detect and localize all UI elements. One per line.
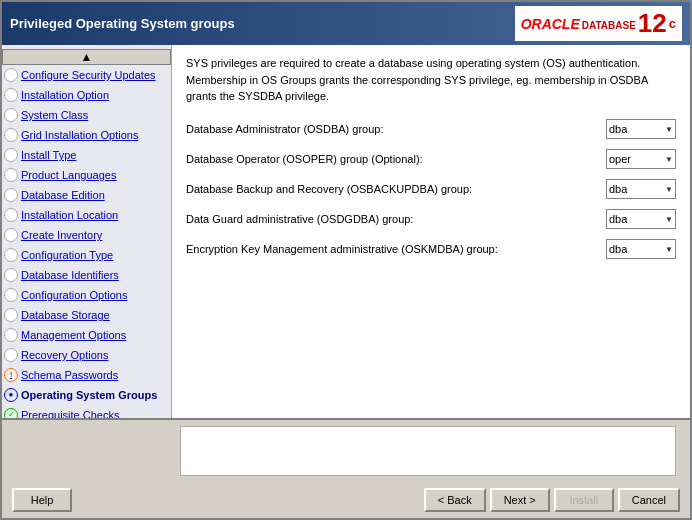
select-wrapper-2: dbaoperasmadmin: [606, 179, 676, 199]
sidebar-item-15[interactable]: !Schema Passwords: [2, 365, 171, 385]
form-select-2[interactable]: dbaoperasmadmin: [606, 179, 676, 199]
sidebar-label-3: Grid Installation Options: [21, 127, 138, 143]
sidebar-label-2: System Class: [21, 107, 88, 123]
bullet-3: [4, 128, 18, 142]
sidebar-item-4[interactable]: Install Type: [2, 145, 171, 165]
form-row-1: Database Operator (OSOPER) group (Option…: [186, 149, 676, 169]
sidebar-item-12[interactable]: Database Storage: [2, 305, 171, 325]
sidebar-item-13[interactable]: Management Options: [2, 325, 171, 345]
sidebar-label-8: Create Inventory: [21, 227, 102, 243]
sidebar: ▲ Configure Security UpdatesInstallation…: [2, 45, 172, 418]
sidebar-label-10: Database Identifiers: [21, 267, 119, 283]
bullet-17: ✓: [4, 408, 18, 418]
sidebar-scroll-up[interactable]: ▲: [2, 49, 171, 65]
form-container: Database Administrator (OSDBA) group:dba…: [186, 119, 676, 259]
sidebar-label-9: Configuration Type: [21, 247, 113, 263]
oracle-database-text: DATABASE: [582, 20, 636, 31]
sidebar-item-17[interactable]: ✓Prerequisite Checks: [2, 405, 171, 418]
sidebar-item-14[interactable]: Recovery Options: [2, 345, 171, 365]
oracle-logo: ORACLE DATABASE 12c: [515, 6, 682, 41]
form-row-3: Data Guard administrative (OSDGDBA) grou…: [186, 209, 676, 229]
bullet-10: [4, 268, 18, 282]
select-wrapper-4: dbaoperasmadmin: [606, 239, 676, 259]
intro-text: SYS privileges are required to create a …: [186, 55, 676, 105]
form-row-0: Database Administrator (OSDBA) group:dba…: [186, 119, 676, 139]
back-button[interactable]: < Back: [424, 488, 486, 512]
install-button[interactable]: Install: [554, 488, 614, 512]
oracle-version: 12: [638, 8, 667, 39]
bullet-14: [4, 348, 18, 362]
bottom-area: Help < Back Next > Install Cancel: [2, 418, 690, 518]
bullet-5: [4, 168, 18, 182]
sidebar-item-1[interactable]: Installation Option: [2, 85, 171, 105]
main-content-panel: SYS privileges are required to create a …: [172, 45, 690, 418]
form-row-4: Encryption Key Management administrative…: [186, 239, 676, 259]
sidebar-label-0: Configure Security Updates: [21, 67, 156, 83]
sidebar-label-12: Database Storage: [21, 307, 110, 323]
sidebar-item-0[interactable]: Configure Security Updates: [2, 65, 171, 85]
select-wrapper-0: dbaoperasmadmin: [606, 119, 676, 139]
bullet-15: !: [4, 368, 18, 382]
bullet-13: [4, 328, 18, 342]
sidebar-item-10[interactable]: Database Identifiers: [2, 265, 171, 285]
help-button[interactable]: Help: [12, 488, 72, 512]
bullet-4: [4, 148, 18, 162]
sidebar-item-2[interactable]: System Class: [2, 105, 171, 125]
oracle-c-sup: c: [669, 16, 676, 31]
main-window: Privileged Operating System groups ORACL…: [0, 0, 692, 520]
form-row-2: Database Backup and Recovery (OSBACKUPDB…: [186, 179, 676, 199]
sidebar-label-17: Prerequisite Checks: [21, 407, 119, 418]
bullet-2: [4, 108, 18, 122]
bullet-9: [4, 248, 18, 262]
sidebar-label-15: Schema Passwords: [21, 367, 118, 383]
sidebar-label-13: Management Options: [21, 327, 126, 343]
window-title: Privileged Operating System groups: [10, 16, 235, 31]
sidebar-label-1: Installation Option: [21, 87, 109, 103]
content-area: ▲ Configure Security UpdatesInstallation…: [2, 45, 690, 418]
cancel-button[interactable]: Cancel: [618, 488, 680, 512]
sidebar-item-7[interactable]: Installation Location: [2, 205, 171, 225]
bullet-7: [4, 208, 18, 222]
form-label-1: Database Operator (OSOPER) group (Option…: [186, 153, 606, 165]
bullet-12: [4, 308, 18, 322]
nav-buttons: < Back Next > Install Cancel: [424, 488, 680, 512]
sidebar-items-container: Configure Security UpdatesInstallation O…: [2, 65, 171, 418]
select-wrapper-3: dbaoperasmadmin: [606, 209, 676, 229]
bullet-11: [4, 288, 18, 302]
sidebar-label-6: Database Edition: [21, 187, 105, 203]
title-bar: Privileged Operating System groups ORACL…: [2, 2, 690, 45]
sidebar-label-7: Installation Location: [21, 207, 118, 223]
select-wrapper-1: dbaoperasmadmin: [606, 149, 676, 169]
form-label-2: Database Backup and Recovery (OSBACKUPDB…: [186, 183, 606, 195]
bullet-8: [4, 228, 18, 242]
form-select-4[interactable]: dbaoperasmadmin: [606, 239, 676, 259]
bullet-1: [4, 88, 18, 102]
sidebar-item-11[interactable]: Configuration Options: [2, 285, 171, 305]
form-label-0: Database Administrator (OSDBA) group:: [186, 123, 606, 135]
form-label-4: Encryption Key Management administrative…: [186, 243, 606, 255]
form-select-3[interactable]: dbaoperasmadmin: [606, 209, 676, 229]
sidebar-item-8[interactable]: Create Inventory: [2, 225, 171, 245]
sidebar-item-6[interactable]: Database Edition: [2, 185, 171, 205]
form-label-3: Data Guard administrative (OSDGDBA) grou…: [186, 213, 606, 225]
form-select-0[interactable]: dbaoperasmadmin: [606, 119, 676, 139]
sidebar-label-4: Install Type: [21, 147, 76, 163]
bullet-6: [4, 188, 18, 202]
sidebar-item-9[interactable]: Configuration Type: [2, 245, 171, 265]
next-button[interactable]: Next >: [490, 488, 550, 512]
sidebar-label-5: Product Languages: [21, 167, 116, 183]
sidebar-item-3[interactable]: Grid Installation Options: [2, 125, 171, 145]
form-select-1[interactable]: dbaoperasmadmin: [606, 149, 676, 169]
sidebar-item-5[interactable]: Product Languages: [2, 165, 171, 185]
blank-panel: [180, 426, 676, 476]
sidebar-label-11: Configuration Options: [21, 287, 127, 303]
bullet-0: [4, 68, 18, 82]
oracle-brand-text: ORACLE: [521, 16, 580, 32]
sidebar-item-16[interactable]: ●Operating System Groups: [2, 385, 171, 405]
bullet-16: ●: [4, 388, 18, 402]
sidebar-label-16: Operating System Groups: [21, 387, 157, 403]
button-bar: Help < Back Next > Install Cancel: [2, 482, 690, 518]
sidebar-label-14: Recovery Options: [21, 347, 108, 363]
